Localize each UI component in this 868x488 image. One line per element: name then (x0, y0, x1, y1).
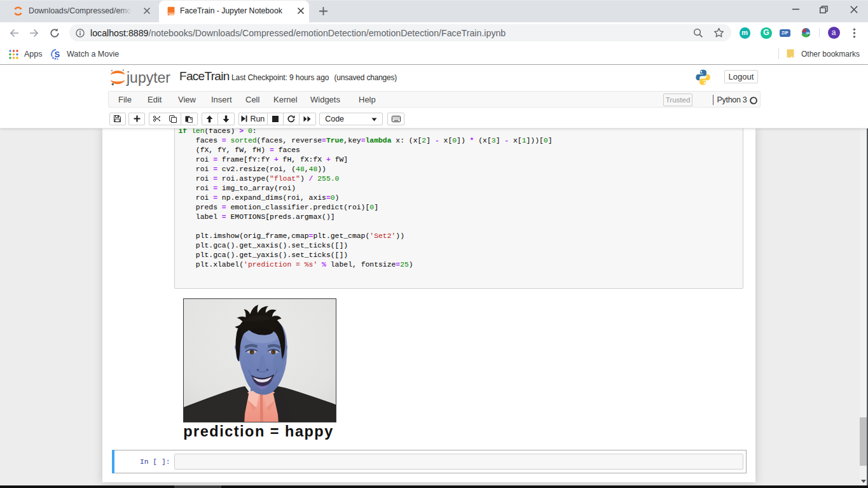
svg-text:S: S (55, 50, 60, 59)
